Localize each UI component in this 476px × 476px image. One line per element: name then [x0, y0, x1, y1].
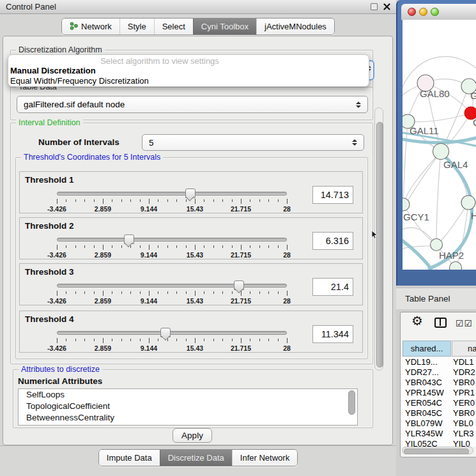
slider-thumb[interactable]: [124, 234, 134, 244]
popup-option-equal-width-frequency-discretization[interactable]: Equal Width/Frequency Discretization: [8, 76, 369, 86]
number-of-intervals-combobox[interactable]: 5: [142, 134, 364, 151]
cell-name[interactable]: YDR2: [450, 367, 475, 378]
node-gal4[interactable]: [433, 144, 449, 160]
table-row[interactable]: YER054CYER0: [401, 398, 476, 408]
close-traffic-light-icon[interactable]: [408, 8, 416, 16]
slider-thumb[interactable]: [160, 328, 171, 337]
network-canvas[interactable]: GAL80 GA C GAL11 GAL4 GCY1 H HAP2: [403, 20, 476, 270]
threshold-slider[interactable]: -3.4262.8599.14415.4321.71528: [57, 279, 287, 305]
tick-label: 21.715: [231, 205, 251, 213]
cell-name[interactable]: YER0: [450, 398, 475, 408]
algorithm-popup: Select algorithm to view settings Manual…: [8, 54, 369, 87]
threshold-slider[interactable]: -3.4262.8599.14415.4321.71528: [57, 187, 287, 213]
tab-jactivemnodules[interactable]: jActiveMNodules: [256, 19, 334, 35]
tab-select[interactable]: Select: [154, 19, 193, 35]
minimize-traffic-light-icon[interactable]: [419, 8, 427, 16]
table-horizontal-scrollbar[interactable]: [402, 447, 473, 454]
threshold-slider[interactable]: -3.4262.8599.14415.4321.71528: [57, 326, 287, 352]
cell-shared-name[interactable]: YBL079W: [401, 418, 450, 429]
threshold-value-field[interactable]: 14.713: [312, 186, 353, 204]
cell-name[interactable]: YLR3: [450, 429, 474, 439]
table-row[interactable]: YBR043CYBR0: [401, 378, 476, 388]
table-row[interactable]: YDL19...YDL1: [401, 357, 476, 367]
table-row[interactable]: YPR145WYPR1: [401, 388, 476, 398]
gear-icon[interactable]: ⚙: [411, 314, 423, 327]
tick-label: 2.859: [95, 251, 111, 259]
threshold-label: Threshold 4: [25, 314, 74, 324]
control-panel-titlebar: Control Panel: [0, 0, 396, 14]
column-header-shared-name[interactable]: shared...: [403, 341, 451, 357]
tab-label: Discretize Data: [168, 453, 224, 463]
table-rows[interactable]: YDL19...YDL1YDR27...YDR2YBR043CYBR0YPR14…: [401, 357, 476, 447]
tab-cyni-toolbox[interactable]: Cyni Toolbox: [193, 19, 256, 35]
cell-name[interactable]: YBL0: [450, 418, 473, 429]
tab-label: Impute Data: [107, 453, 152, 463]
scrollbar-thumb[interactable]: [376, 122, 383, 367]
list-item-topologicalcoefficient[interactable]: TopologicalCoefficient: [19, 401, 357, 412]
numerical-attributes-list[interactable]: SelfLoopsTopologicalCoefficientBetweenne…: [18, 388, 358, 426]
cell-shared-name[interactable]: YDL19...: [401, 357, 450, 367]
thresholds-group-title: Threshold's Coordinates for 5 Intervals: [21, 153, 163, 162]
node-hap2[interactable]: [431, 239, 443, 251]
threshold-slider[interactable]: -3.4262.8599.14415.4321.71528: [57, 233, 287, 259]
table-row[interactable]: YDR27...YDR2: [401, 367, 476, 378]
list-item-selfloops[interactable]: SelfLoops: [19, 389, 357, 401]
cell-shared-name[interactable]: YBR045C: [401, 408, 450, 418]
scrollbar-thumb[interactable]: [404, 449, 469, 454]
cell-name[interactable]: YPR1: [450, 388, 475, 398]
table-row[interactable]: YLR345WYLR3: [401, 429, 476, 439]
list-item-betweennesscentrality[interactable]: BetweennessCentrality: [19, 412, 357, 424]
mouse-cursor: [371, 230, 378, 239]
slider-track[interactable]: [57, 238, 287, 242]
cell-shared-name[interactable]: YLR345W: [401, 429, 450, 439]
threshold-value-field[interactable]: 6.316: [312, 232, 353, 250]
cell-name[interactable]: YBR0: [450, 378, 475, 388]
slider-thumb[interactable]: [234, 280, 244, 290]
node-label-partial-top: GA: [470, 90, 476, 101]
tab-style[interactable]: Style: [119, 19, 154, 35]
top-tab-bar: NetworkStyleSelectCyni ToolboxjActiveMNo…: [0, 18, 396, 35]
float-window-icon[interactable]: [371, 3, 378, 10]
threshold-value-field[interactable]: 21.4: [312, 278, 353, 296]
cell-name[interactable]: YDL1: [450, 357, 474, 367]
network-icon: [70, 22, 78, 32]
spinner-arrows-icon: [352, 139, 357, 146]
slider-track[interactable]: [57, 192, 287, 196]
column-layout-icon[interactable]: [434, 318, 447, 328]
cell-shared-name[interactable]: YDR27...: [401, 367, 450, 378]
cell-shared-name[interactable]: YIL052C: [401, 439, 450, 447]
slider-thumb[interactable]: [185, 188, 196, 198]
popup-option-manual-discretization[interactable]: Manual Discretization: [8, 66, 369, 76]
apply-button[interactable]: Apply: [173, 428, 212, 443]
node-label-gcy1: GCY1: [403, 211, 429, 222]
cell-shared-name[interactable]: YBR043C: [401, 378, 450, 388]
table-row[interactable]: YBR045CYBR0: [401, 408, 476, 418]
tab-label: Infer Network: [240, 453, 289, 463]
tab-network[interactable]: Network: [62, 19, 119, 35]
cell-name[interactable]: YBR0: [450, 408, 475, 418]
cell-shared-name[interactable]: YER054C: [401, 398, 450, 408]
list-scrollbar-thumb[interactable]: [348, 390, 355, 415]
interval-definition-title: Interval Definition: [16, 118, 83, 127]
tick-label: 2.859: [95, 205, 111, 213]
table-row[interactable]: YIL052CYIL0: [401, 439, 476, 447]
threshold-value-field[interactable]: 11.344: [312, 325, 353, 343]
close-icon[interactable]: [383, 3, 390, 10]
table-row[interactable]: YBL079WYBL0: [401, 418, 476, 429]
tab-infer-network[interactable]: Infer Network: [232, 450, 297, 466]
tab-discretize-data[interactable]: Discretize Data: [160, 450, 232, 466]
cell-shared-name[interactable]: YPR145W: [401, 388, 450, 398]
tab-impute-data[interactable]: Impute Data: [99, 450, 160, 466]
checkbox-icons[interactable]: ☑☑: [456, 318, 473, 328]
slider-track[interactable]: [57, 284, 287, 288]
zoom-traffic-light-icon[interactable]: [431, 8, 439, 16]
table-data-combobox[interactable]: galFiltered.sif default node: [17, 96, 368, 113]
slider-tick-labels: -3.4262.8599.14415.4321.71528: [57, 297, 287, 305]
node-right-mid[interactable]: [461, 196, 475, 210]
bottom-tab-bar: Impute DataDiscretize DataInfer Network: [0, 449, 396, 466]
cell-name[interactable]: YIL0: [450, 439, 470, 447]
discretization-algorithm-title: Discretization Algorithm: [16, 45, 105, 54]
control-panel-scrollbar[interactable]: [374, 107, 383, 371]
slider-track[interactable]: [57, 331, 287, 335]
column-header-name[interactable]: na: [452, 341, 476, 357]
